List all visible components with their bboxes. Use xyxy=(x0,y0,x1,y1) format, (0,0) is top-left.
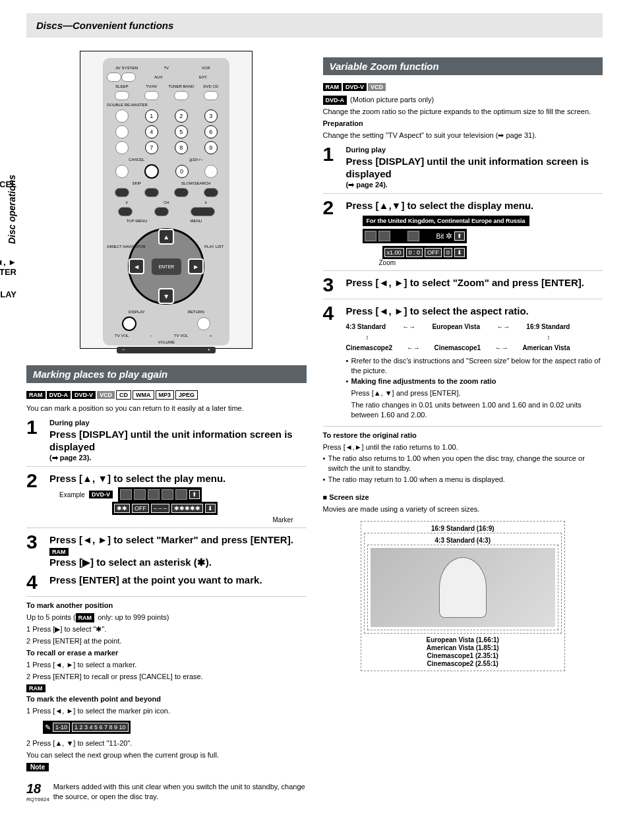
section-marking-title: Marking places to play again xyxy=(26,365,307,383)
restore-b1: The ratio also returns to 1.00 when you … xyxy=(323,454,603,473)
mark-another-1: 1 Press [▶] to select "✱". xyxy=(26,624,307,634)
screen-size-heading: ■ Screen size xyxy=(323,493,603,502)
page-header: Discs—Convenient functions xyxy=(26,13,603,38)
marking-step-3: 3 Press [◄, ►] to select "Marker" and pr… xyxy=(26,532,307,568)
restore-heading: To restore the original ratio xyxy=(323,431,603,440)
zoom-format-tags: RAMDVD-VVCD xyxy=(323,82,603,91)
remote-callout-enter: ENTER xyxy=(0,267,16,277)
remote-callout-arrows: ▲, ▼, ◄, ► xyxy=(0,257,16,267)
section-zoom-title: Variable Zoom function xyxy=(323,57,603,75)
zoom-intro: Change the zoom ratio so the picture exp… xyxy=(323,107,603,117)
recall-erase-heading: To recall or erase a marker xyxy=(26,648,307,658)
doc-code: RQT6924 xyxy=(26,796,49,802)
zoom-step-3: 3 Press [◄, ►] to select "Zoom" and pres… xyxy=(323,275,603,299)
ram-tag: RAM xyxy=(26,684,45,692)
zoom-prep: Change the setting "TV Aspect" to suit y… xyxy=(323,131,603,140)
eleventh-2: 2 Press [▲, ▼] to select "11-20". xyxy=(26,738,307,748)
zoom-step-4: 4 Press [◄, ►] to select the aspect rati… xyxy=(323,303,603,427)
screen-size-intro: Movies are made using a variety of scree… xyxy=(323,504,603,514)
restore-b2: The ratio may return to 1.00 when a menu… xyxy=(323,475,603,485)
remote-callout-cancel: CANCEL xyxy=(0,179,16,189)
marking-format-tags: RAMDVD-ADVD-VVCDCDWMAMP3JPEG xyxy=(26,390,307,400)
eleventh-3: You can select the next group when the c… xyxy=(26,750,307,760)
recall-2: 2 Press [ENTER] to recall or press [CANC… xyxy=(26,672,307,682)
mark-another-points: Up to 5 points (RAM only: up to 999 poin… xyxy=(26,613,307,622)
zoom-prep-h: Preparation xyxy=(323,119,603,129)
screen-size-diagram: 16:9 Standard (16:9) 4:3 Standard (4:3) … xyxy=(361,521,565,671)
remote-illustration: AV SYSTEMTVVCR AUXEXT. SLEEPTV/AVTUNER B… xyxy=(80,51,253,349)
zoom-step-2: 2 Press [▲,▼] to select the display menu… xyxy=(323,198,603,272)
marker-osd: ✎1-101 2 3 4 5 6 7 8 9 10 xyxy=(43,721,131,734)
restore-line: Press [◄,►] until the ratio returns to 1… xyxy=(323,442,603,452)
marking-step-2: 2 Press [▲, ▼] to select the play menu. … xyxy=(26,471,307,529)
eleventh-heading: To mark the eleventh point and beyond xyxy=(26,694,307,704)
page-number: 18 xyxy=(26,781,49,796)
marking-intro: You can mark a position so you can retur… xyxy=(26,404,307,413)
zoom-dvda-note: DVD-A (Motion picture parts only) xyxy=(323,95,603,105)
remote-callout-display: DISPLAY xyxy=(0,289,16,299)
zoom-step-1: 1 During play Press [DISPLAY] until the … xyxy=(323,144,603,194)
marking-step-1: 1 During play Press [DISPLAY] until the … xyxy=(26,417,307,467)
mark-another-heading: To mark another position xyxy=(26,601,307,611)
recall-1: 1 Press [◄, ►] to select a marker. xyxy=(26,660,307,670)
note-text: Markers added with this unit clear when … xyxy=(53,782,307,802)
marking-step-4: 4 Press [ENTER] at the point you want to… xyxy=(26,572,307,597)
mark-another-2: 2 Press [ENTER] at the point. xyxy=(26,636,307,646)
note-tag: Note xyxy=(26,763,49,771)
eleventh-1: 1 Press [◄, ►] to select the marker pin … xyxy=(26,706,307,716)
